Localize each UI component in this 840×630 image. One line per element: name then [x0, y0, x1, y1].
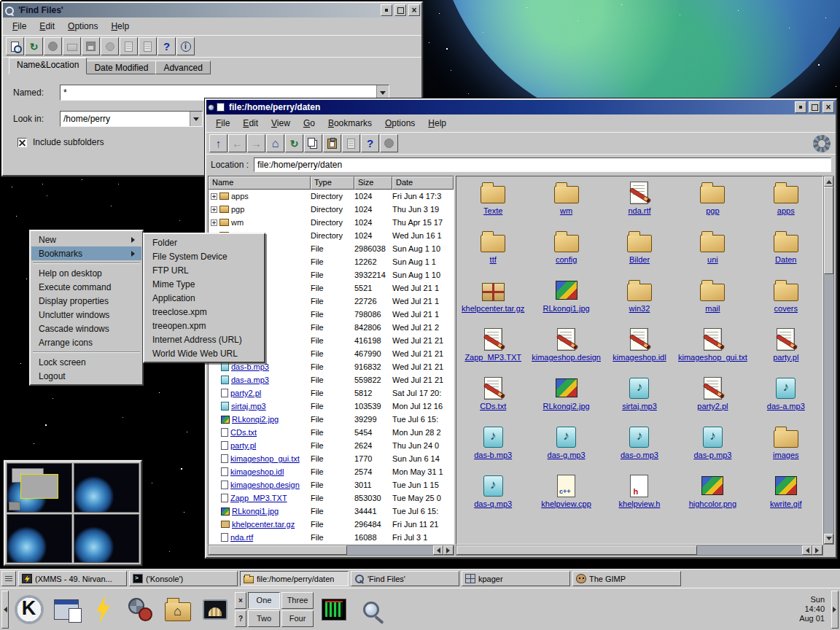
file-icon-item-party-pl[interactable]: party.pl — [750, 326, 822, 375]
documents-launcher[interactable] — [50, 592, 82, 627]
tree-row[interactable]: RLkonqi1.jpgFile34441Tue Jul 6 15: — [209, 505, 454, 518]
menu-item-help[interactable]: Help — [104, 19, 136, 34]
file-icon-item-das-g-mp3[interactable]: das-g.mp3 — [529, 424, 602, 472]
file-icon-item-kimageshop-gui-txt[interactable]: kimageshop_gui.txt — [676, 326, 749, 375]
file-icon-item-rlkonqi2-jpg[interactable]: RLkonqi2.jpg — [529, 375, 602, 424]
system-monitor-applet[interactable] — [317, 592, 350, 627]
file-icon-item-party2-pl[interactable]: party2.pl — [676, 375, 749, 424]
tab-advanced[interactable]: Advanced — [155, 61, 210, 74]
include-subfolders-checkbox[interactable] — [18, 138, 27, 147]
submenu-item-ftp-url[interactable]: FTP URL — [145, 263, 263, 277]
vertical-scrollbar[interactable] — [823, 176, 834, 545]
icons-horizontal-scrollbar[interactable] — [456, 545, 823, 556]
scrollbar-track[interactable] — [347, 545, 433, 555]
tree-item-label[interactable]: sirtaj.mp3 — [231, 402, 266, 411]
maximize-button[interactable] — [809, 101, 820, 113]
window-list-button[interactable] — [1, 571, 16, 586]
tree-item-label[interactable]: apps — [231, 192, 249, 201]
file-icon-item-das-o-mp3[interactable]: das-o.mp3 — [603, 424, 676, 472]
context-menu-item-lock-screen[interactable]: Lock screen — [31, 355, 141, 369]
column-header-size[interactable]: Size — [354, 176, 392, 190]
file-icon-item-images[interactable]: images — [750, 424, 822, 472]
help-button[interactable] — [158, 37, 176, 55]
submenu-item-folder[interactable]: Folder — [145, 236, 263, 249]
task-button-konsole[interactable]: ('Konsole') — [129, 571, 238, 586]
expand-plus-icon[interactable] — [211, 219, 217, 226]
file-icon-item-khelpview-h[interactable]: khelpview.h — [603, 472, 676, 521]
find-file-button[interactable] — [6, 37, 24, 55]
file-icon-item-texte[interactable]: Texte — [456, 179, 529, 228]
panel-hide-left-button[interactable] — [1, 591, 9, 629]
tree-item-label[interactable]: kimageshop.design — [230, 481, 300, 489]
tree-row[interactable]: RLkonqi2.jpgFile39299Tue Jul 6 15: — [209, 413, 454, 426]
file-icon-item-wm[interactable]: wm — [529, 179, 602, 228]
find-applet[interactable] — [354, 592, 387, 627]
file-icon-item-bilder[interactable]: Bilder — [603, 228, 676, 277]
task-button-file-home-perry-daten[interactable]: file:/home/perry/daten — [240, 571, 349, 586]
submenu-item-application[interactable]: Application — [145, 291, 263, 305]
minimize-button[interactable] — [795, 101, 806, 113]
file-icon-item-mail[interactable]: mail — [676, 277, 749, 326]
file-icon-item-das-q-mp3[interactable]: das-q.mp3 — [456, 472, 529, 521]
file-icon-item-ttf[interactable]: ttf — [456, 228, 529, 277]
scroll-right-button[interactable] — [812, 545, 822, 555]
tree-row[interactable]: appsDirectory1024Fri Jun 4 17:3 — [209, 190, 454, 203]
desktop[interactable]: 'Find Files' × FileEditOptionsHelp Name&… — [0, 0, 840, 630]
pager-desktop-4[interactable] — [74, 514, 139, 564]
tree-item-label[interactable]: RLkonqi1.jpg — [232, 507, 279, 516]
scrollbar-track[interactable] — [697, 545, 802, 555]
tree-row[interactable]: khelpcenter.tar.gzFile296484Fri Jun 11 2… — [209, 518, 454, 531]
scroll-right-button[interactable] — [443, 545, 454, 555]
location-input[interactable] — [254, 158, 831, 172]
context-menu-item-cascade-windows[interactable]: Cascade windows — [31, 322, 141, 335]
tree-row[interactable]: das-a.mp3File559822Wed Jul 21 21 — [209, 373, 454, 386]
tree-row[interactable]: party2.plFile5812Sat Jul 17 20: — [209, 386, 454, 400]
menu-item-view[interactable]: View — [265, 116, 297, 131]
klipper-launcher[interactable] — [87, 592, 120, 627]
file-icon-item-kwrite-gif[interactable]: kwrite.gif — [750, 472, 822, 521]
home-button[interactable] — [266, 134, 284, 152]
context-menu-item-execute-command[interactable]: Execute command — [31, 280, 141, 294]
file-icon-item-config[interactable]: config — [529, 228, 602, 277]
pager-desktop-1[interactable] — [7, 463, 72, 513]
tree-item-label[interactable]: kimageshop_gui.txt — [230, 454, 300, 463]
pager-desktop-2[interactable] — [74, 463, 139, 513]
tree-row[interactable]: wmDirectory1024Thu Apr 15 17 — [209, 216, 454, 229]
tree-item-label[interactable]: das-b.mp3 — [231, 362, 269, 371]
context-menu-item-unclutter-windows[interactable]: Unclutter windows — [31, 308, 141, 322]
file-icon-item-das-b-mp3[interactable]: das-b.mp3 — [456, 424, 529, 472]
tree-item-label[interactable]: das-a.mp3 — [231, 376, 269, 384]
context-menu-item-display-properties[interactable]: Display properties — [31, 294, 141, 308]
file-icon-item-pgp[interactable]: pgp — [676, 179, 749, 228]
tree-row[interactable]: pgpDirectory1024Thu Jun 3 19 — [209, 203, 454, 216]
menu-item-bookmarks[interactable]: Bookmarks — [322, 116, 378, 131]
tree-item-label[interactable]: Zapp_MP3.TXT — [230, 494, 287, 502]
menu-item-edit[interactable]: Edit — [236, 116, 265, 131]
context-menu-item-arrange-icons[interactable]: Arrange icons — [31, 335, 141, 349]
close-button[interactable]: × — [822, 101, 834, 113]
file-icon-item-rlkonqi1-jpg[interactable]: RLkonqi1.jpg — [529, 277, 602, 326]
tree-item-label[interactable]: khelpcenter.tar.gz — [232, 520, 295, 529]
column-header-type[interactable]: Type — [311, 176, 354, 190]
file-icon-item-highcolor-png[interactable]: highcolor.png — [676, 472, 749, 521]
tab-name-location[interactable]: Name&Location — [9, 58, 87, 74]
close-button[interactable]: × — [408, 4, 420, 16]
pager-desktop-3[interactable] — [7, 514, 72, 564]
reload-button[interactable] — [25, 37, 43, 55]
tree-item-label[interactable]: wm — [231, 218, 244, 227]
close-window-button[interactable]: × — [235, 592, 246, 609]
menu-item-edit[interactable]: Edit — [33, 19, 61, 34]
scroll-up-button[interactable] — [824, 176, 833, 187]
submenu-item-mime-type[interactable]: Mime Type — [145, 277, 263, 291]
help-button[interactable] — [361, 134, 379, 152]
file-icon-item-daten[interactable]: Daten — [750, 228, 822, 277]
look-in-input[interactable] — [61, 112, 190, 126]
sticky-pin-icon[interactable] — [208, 104, 214, 111]
submenu-item-world-wide-web-url[interactable]: World Wide Web URL — [145, 346, 263, 360]
chevron-down-icon[interactable] — [190, 112, 202, 126]
file-icon-item-zapp-mp3-txt[interactable]: Zapp_MP3.TXT — [456, 326, 529, 375]
menu-item-file[interactable]: File — [6, 19, 33, 34]
task-button-the-gimp[interactable]: The GIMP — [572, 571, 681, 586]
file-icon-item-uni[interactable]: uni — [676, 228, 749, 277]
task-button-find-files[interactable]: 'Find Files' — [351, 571, 459, 586]
